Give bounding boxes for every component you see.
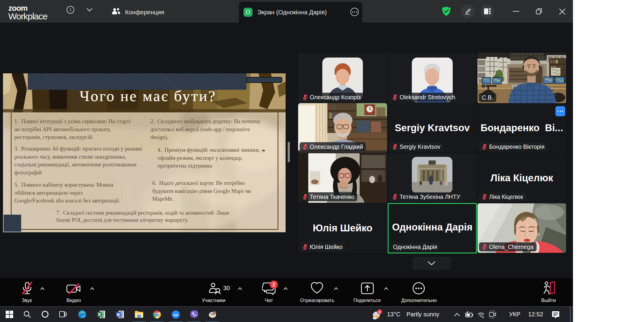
svg-text:zm: zm	[173, 313, 178, 317]
svg-text:2: 2	[378, 310, 380, 314]
